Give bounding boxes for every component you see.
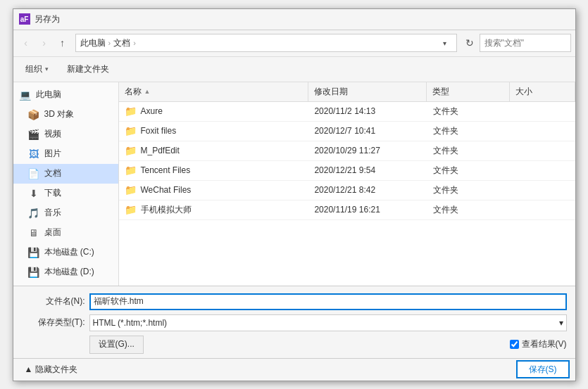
file-cell-size-5	[510, 200, 575, 219]
form-actions: 设置(G)... 查看结果(V)	[22, 336, 567, 354]
col-header-date[interactable]: 修改日期	[308, 82, 427, 101]
file-list-header: 名称 ▲ 修改日期 类型 大小	[119, 82, 575, 102]
sidebar-label-diskc: 本地磁盘 (C:)	[44, 246, 94, 258]
sidebar-item-doc[interactable]: 📄 文档	[13, 164, 118, 184]
sidebar-label-pc: 此电脑	[36, 89, 61, 101]
sidebar-item-video[interactable]: 🎬 视频	[13, 125, 118, 144]
sidebar: 💻 此电脑 📦 3D 对象 🎬 视频 🖼 图片 📄 文档 ⬇ 下载	[13, 82, 119, 286]
col-header-size[interactable]: 大小	[510, 82, 575, 101]
title-bar: aF 另存为	[13, 9, 575, 30]
filename-row: 文件名(N):	[22, 293, 567, 310]
col-name-label: 名称	[125, 86, 142, 98]
diskc-icon: 💾	[27, 247, 40, 258]
view-results-checkbox[interactable]	[510, 340, 519, 349]
view-results-checkbox-label[interactable]: 查看结果(V)	[510, 338, 567, 350]
sidebar-label-pic: 图片	[44, 148, 61, 160]
col-date-label: 修改日期	[314, 86, 348, 98]
sidebar-label-3d: 3D 对象	[44, 108, 75, 120]
save-as-dialog: aF 另存为 ‹ › ↑ 此电脑 › 文档 › ▾ ↻ 组织 ▾ 新建文件夹	[13, 8, 576, 381]
filetype-row: 保存类型(T): HTML (*.htm;*.html) ▾	[22, 314, 567, 331]
col-header-name[interactable]: 名称 ▲	[119, 82, 308, 101]
bottom-area: 文件名(N): 保存类型(T): HTML (*.htm;*.html) ▾ 设…	[13, 286, 575, 358]
sidebar-item-dl[interactable]: ⬇ 下载	[13, 184, 118, 203]
search-input[interactable]	[480, 34, 571, 52]
sidebar-item-diskd[interactable]: 💾 本地磁盘 (D:)	[13, 262, 118, 282]
folder-icon-1: 📁	[125, 125, 137, 136]
file-cell-date-5: 2020/11/19 16:21	[308, 200, 427, 219]
file-name-4: WeChat Files	[141, 185, 192, 195]
file-cell-name-4: 📁 WeChat Files	[119, 181, 309, 200]
file-name-2: M_PdfEdit	[141, 146, 180, 155]
sidebar-item-pic[interactable]: 🖼 图片	[13, 144, 118, 164]
file-cell-type-0: 文件夹	[427, 102, 511, 121]
file-cell-type-1: 文件夹	[427, 122, 511, 141]
folder-icon-2: 📁	[125, 145, 137, 156]
sidebar-item-3d[interactable]: 📦 3D 对象	[13, 105, 118, 125]
organize-dropdown-icon: ▾	[45, 65, 49, 72]
hide-folders-button[interactable]: ▲ 隐藏文件夹	[19, 360, 84, 378]
file-cell-size-1	[510, 122, 575, 141]
file-row-2[interactable]: 📁 M_PdfEdit 2020/10/29 11:27 文件夹	[119, 141, 575, 161]
sidebar-item-pc[interactable]: 💻 此电脑	[13, 85, 118, 105]
sidebar-item-music[interactable]: 🎵 音乐	[13, 203, 118, 223]
sidebar-label-dl: 下载	[44, 187, 61, 199]
filename-label: 文件名(N):	[22, 295, 85, 307]
breadcrumb-sep1: ›	[108, 39, 111, 47]
sidebar-item-desktop[interactable]: 🖥 桌面	[13, 223, 118, 243]
refresh-button[interactable]: ↻	[461, 34, 478, 51]
back-button[interactable]: ‹	[18, 34, 35, 51]
forward-button[interactable]: ›	[36, 34, 53, 51]
file-row-5[interactable]: 📁 手机模拟大师 2020/11/19 16:21 文件夹	[119, 200, 575, 220]
content-area: 💻 此电脑 📦 3D 对象 🎬 视频 🖼 图片 📄 文档 ⬇ 下载	[13, 82, 575, 286]
sidebar-label-video: 视频	[44, 128, 61, 140]
folder-icon-3: 📁	[125, 165, 137, 176]
new-folder-button[interactable]: 新建文件夹	[61, 60, 115, 78]
file-row-4[interactable]: 📁 WeChat Files 2020/12/21 8:42 文件夹	[119, 181, 575, 200]
file-cell-name-1: 📁 Foxit files	[119, 122, 309, 141]
filetype-select[interactable]: HTML (*.htm;*.html) ▾	[89, 314, 567, 331]
sidebar-label-diskd: 本地磁盘 (D:)	[44, 266, 94, 278]
sidebar-label-music: 音乐	[44, 207, 61, 219]
footer-bar: ▲ 隐藏文件夹 保存(S)	[13, 358, 575, 381]
diskd-icon: 💾	[27, 267, 40, 278]
col-header-type[interactable]: 类型	[427, 82, 510, 101]
file-cell-name-2: 📁 M_PdfEdit	[119, 141, 309, 160]
hide-folders-label: 隐藏文件夹	[35, 364, 77, 376]
hide-folders-icon: ▲	[25, 364, 33, 374]
sidebar-label-doc: 文档	[44, 167, 61, 179]
file-list: 📁 Axure 2020/11/2 14:13 文件夹 📁 Foxit file…	[119, 102, 575, 286]
up-button[interactable]: ↑	[54, 34, 71, 51]
file-row-0[interactable]: 📁 Axure 2020/11/2 14:13 文件夹	[119, 102, 575, 122]
file-cell-date-3: 2020/12/21 9:54	[308, 161, 427, 180]
file-row-1[interactable]: 📁 Foxit files 2020/12/7 10:41 文件夹	[119, 122, 575, 141]
file-cell-date-2: 2020/10/29 11:27	[308, 141, 427, 160]
file-row-3[interactable]: 📁 Tencent Files 2020/12/21 9:54 文件夹	[119, 161, 575, 181]
folder-icon-5: 📁	[125, 204, 137, 215]
dialog-title: 另存为	[35, 13, 60, 25]
save-button[interactable]: 保存(S)	[516, 360, 570, 378]
filename-input[interactable]	[89, 293, 567, 310]
breadcrumb-pc: 此电脑	[80, 37, 106, 49]
breadcrumb-dropdown-button[interactable]: ▾	[438, 36, 452, 50]
file-cell-type-2: 文件夹	[427, 141, 511, 160]
breadcrumb-bar[interactable]: 此电脑 › 文档 › ▾	[75, 34, 457, 52]
file-cell-date-1: 2020/12/7 10:41	[308, 122, 427, 141]
folder-icon-0: 📁	[125, 106, 137, 117]
filetype-value: HTML (*.htm;*.html)	[93, 318, 168, 328]
file-cell-type-3: 文件夹	[427, 161, 511, 180]
file-cell-name-0: 📁 Axure	[119, 102, 309, 121]
organize-label: 组织	[25, 63, 42, 75]
file-cell-type-5: 文件夹	[427, 200, 511, 219]
file-cell-name-5: 📁 手机模拟大师	[119, 200, 309, 219]
file-cell-name-3: 📁 Tencent Files	[119, 161, 309, 180]
sidebar-item-diskc[interactable]: 💾 本地磁盘 (C:)	[13, 243, 118, 262]
sidebar-label-desktop: 桌面	[44, 227, 61, 238]
col-type-label: 类型	[432, 86, 449, 98]
view-results-label: 查看结果(V)	[522, 338, 567, 350]
filetype-label: 保存类型(T):	[22, 317, 85, 329]
settings-button[interactable]: 设置(G)...	[89, 336, 144, 354]
app-icon-text: aF	[20, 15, 29, 23]
file-name-0: Axure	[141, 106, 163, 116]
organize-button[interactable]: 组织 ▾	[19, 60, 55, 78]
file-cell-size-3	[510, 161, 575, 180]
